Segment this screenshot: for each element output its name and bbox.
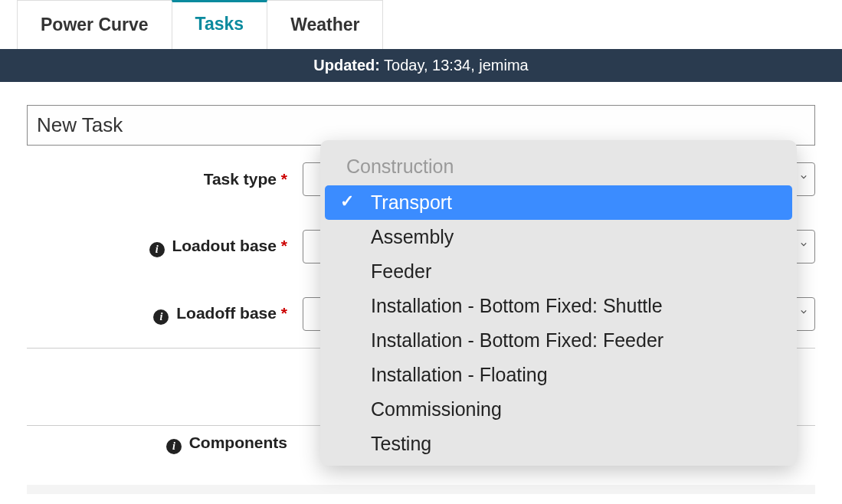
dropdown-group-label: Construction bbox=[325, 145, 792, 185]
chevron-down-icon bbox=[801, 241, 807, 247]
update-value: Today, 13:34, jemima bbox=[380, 57, 529, 74]
tab-bar: Power Curve Tasks Weather bbox=[0, 0, 842, 49]
strip bbox=[27, 485, 815, 494]
update-bar: Updated: Today, 13:34, jemima bbox=[0, 49, 842, 82]
dropdown-option-label: Transport bbox=[371, 191, 452, 213]
dropdown-option[interactable]: Installation - Floating bbox=[325, 358, 792, 392]
required-marker: * bbox=[281, 304, 287, 322]
dropdown-option[interactable]: Installation - Bottom Fixed: Shuttle bbox=[325, 289, 792, 323]
check-icon: ✓ bbox=[340, 191, 354, 211]
dropdown-option[interactable]: Installation - Bottom Fixed: Feeder bbox=[325, 323, 792, 358]
dropdown-option[interactable]: Feeder bbox=[325, 254, 792, 289]
label-components-text: Components bbox=[189, 434, 287, 451]
dropdown-option-label: Assembly bbox=[371, 226, 454, 247]
task-type-dropdown-popup: Construction ✓TransportAssemblyFeederIns… bbox=[320, 140, 797, 466]
tab-power-curve[interactable]: Power Curve bbox=[17, 0, 172, 49]
chevron-down-icon bbox=[801, 309, 807, 315]
dropdown-option-label: Feeder bbox=[371, 260, 431, 282]
dropdown-option-label: Installation - Bottom Fixed: Feeder bbox=[371, 329, 663, 351]
label-loadoff-base: i Loadoff base * bbox=[27, 304, 303, 325]
tab-tasks[interactable]: Tasks bbox=[172, 0, 268, 49]
label-loadout-base-text: Loadout base bbox=[172, 237, 277, 254]
dropdown-option[interactable]: Testing bbox=[325, 427, 792, 461]
info-icon[interactable]: i bbox=[153, 309, 169, 325]
required-marker: * bbox=[281, 170, 287, 188]
info-icon[interactable]: i bbox=[166, 439, 182, 454]
dropdown-option[interactable]: Assembly bbox=[325, 220, 792, 254]
label-components: i Components bbox=[27, 434, 303, 454]
info-icon[interactable]: i bbox=[149, 242, 165, 257]
dropdown-option-label: Installation - Bottom Fixed: Shuttle bbox=[371, 295, 663, 316]
label-task-type: Task type * bbox=[27, 170, 303, 188]
dropdown-option[interactable]: Commissioning bbox=[325, 392, 792, 427]
dropdown-option[interactable]: ✓Transport bbox=[325, 185, 792, 220]
dropdown-option-label: Installation - Floating bbox=[371, 364, 548, 385]
label-task-type-text: Task type bbox=[204, 170, 277, 188]
update-label: Updated: bbox=[313, 57, 380, 74]
chevron-down-icon bbox=[801, 174, 807, 180]
label-loadoff-base-text: Loadoff base bbox=[176, 304, 277, 322]
required-marker: * bbox=[281, 237, 287, 254]
dropdown-option-label: Testing bbox=[371, 433, 431, 454]
tab-weather[interactable]: Weather bbox=[267, 0, 383, 49]
label-loadout-base: i Loadout base * bbox=[27, 237, 303, 257]
dropdown-option-label: Commissioning bbox=[371, 398, 502, 420]
